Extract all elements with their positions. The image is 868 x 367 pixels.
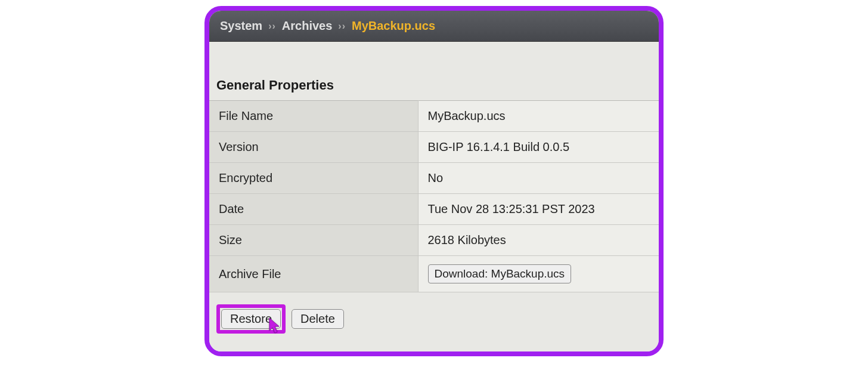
archive-file-value: Download: MyBackup.ucs [418, 256, 659, 292]
encrypted-label: Encrypted [209, 163, 418, 194]
breadcrumb-separator-icon: ›› [338, 21, 346, 32]
breadcrumb-archives[interactable]: Archives [282, 19, 333, 33]
filename-label: File Name [209, 101, 418, 132]
table-row: Encrypted No [209, 163, 659, 194]
table-row: Size 2618 Kilobytes [209, 225, 659, 256]
filename-value: MyBackup.ucs [418, 101, 659, 132]
date-value: Tue Nov 28 13:25:31 PST 2023 [418, 194, 659, 225]
restore-highlight: Restore [216, 304, 286, 334]
breadcrumb-current: MyBackup.ucs [352, 19, 435, 33]
size-label: Size [209, 225, 418, 256]
size-value: 2618 Kilobytes [418, 225, 659, 256]
action-row: Restore Delete [209, 292, 659, 334]
breadcrumb-separator-icon: ›› [268, 21, 276, 32]
archive-file-label: Archive File [209, 256, 418, 292]
encrypted-value: No [418, 163, 659, 194]
breadcrumb: System ›› Archives ›› MyBackup.ucs [209, 11, 659, 42]
delete-button[interactable]: Delete [292, 309, 344, 329]
table-row: Date Tue Nov 28 13:25:31 PST 2023 [209, 194, 659, 225]
content-area: General Properties File Name MyBackup.uc… [209, 42, 659, 351]
breadcrumb-system[interactable]: System [220, 19, 262, 33]
table-row: File Name MyBackup.ucs [209, 101, 659, 132]
version-value: BIG-IP 16.1.4.1 Build 0.0.5 [418, 132, 659, 163]
version-label: Version [209, 132, 418, 163]
download-button[interactable]: Download: MyBackup.ucs [428, 264, 572, 283]
date-label: Date [209, 194, 418, 225]
properties-table: File Name MyBackup.ucs Version BIG-IP 16… [209, 100, 659, 292]
table-row: Version BIG-IP 16.1.4.1 Build 0.0.5 [209, 132, 659, 163]
table-row: Archive File Download: MyBackup.ucs [209, 256, 659, 292]
restore-button[interactable]: Restore [221, 309, 281, 329]
app-frame: System ›› Archives ›› MyBackup.ucs Gener… [204, 6, 664, 356]
section-title: General Properties [209, 78, 659, 100]
